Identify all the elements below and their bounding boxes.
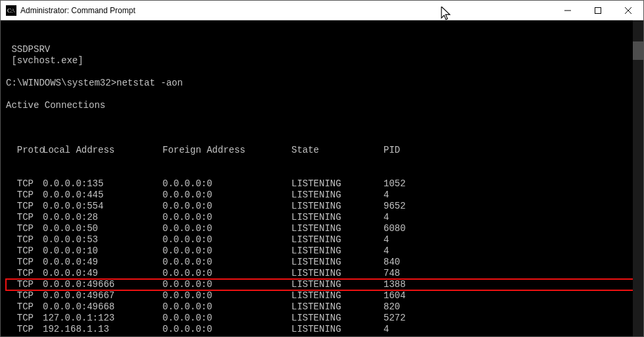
table-row: TCP0.0.0.0:490.0.0.0:0LISTENING748 [6,268,643,279]
cell-foreign: 0.0.0.0:0 [162,268,291,279]
terminal-line [6,66,643,78]
cell-local: 127.0.0.1:123 [43,313,162,324]
table-row: TCP0.0.0.0:496660.0.0.0:0LISTENING1388 [6,279,643,290]
table-row: TCP0.0.0.0:490.0.0.0:0LISTENING840 [6,257,643,268]
header-local: Local Address [43,145,162,156]
cell-state: LISTENING [291,257,384,268]
cell-local: 0.0.0.0:49 [43,257,162,268]
cell-pid: 5272 [384,313,406,324]
maximize-icon [595,7,601,14]
table-row: TCP192.168.1.1354.37.149.ESTABLISHED9924 [6,335,643,336]
table-row: TCP0.0.0.0:280.0.0.0:0LISTENING4 [6,212,643,223]
terminal-line [6,89,643,100]
cell-pid: 4 [384,324,389,335]
table-row: TCP0.0.0.0:530.0.0.0:0LISTENING4 [6,234,643,246]
cell-pid: 6080 [384,223,406,234]
close-button[interactable] [613,1,643,20]
cell-proto: TCP [6,313,43,324]
cell-foreign: 0.0.0.0:0 [162,223,291,234]
scrollbar-track[interactable] [633,20,643,336]
cell-foreign: 0.0.0.0:0 [162,257,291,268]
terminal-prelude: SSDPSRV [svchost.exe] C:\WINDOWS\system3… [6,44,643,122]
svg-rect-3 [595,7,601,13]
cell-pid: 4 [384,212,389,223]
cell-state: LISTENING [291,201,384,212]
cell-state: LISTENING [291,223,384,234]
cell-proto: TCP [6,246,43,257]
cell-state: ESTABLISHED [291,335,384,336]
svg-text:C:\: C:\ [7,7,15,14]
cell-local: 0.0.0.0:50 [43,223,162,234]
scrollbar-thumb[interactable] [633,41,643,60]
cell-state: LISTENING [291,190,384,201]
cell-foreign: 0.0.0.0:0 [162,212,291,223]
cell-local: 0.0.0.0:49 [43,268,162,279]
cell-proto: TCP [6,212,43,223]
cell-pid: 9652 [384,201,406,212]
cell-state: LISTENING [291,212,384,223]
titlebar[interactable]: C:\ Administrator: Command Prompt [1,1,643,20]
cell-foreign: 0.0.0.0:0 [162,201,291,212]
cell-pid: 1388 [384,279,406,290]
cell-local: 0.0.0.0:10 [43,246,162,257]
minimize-icon [564,7,571,14]
cell-state: LISTENING [291,246,384,257]
cell-proto: TCP [6,257,43,268]
cell-proto: TCP [6,268,43,279]
table-row: TCP0.0.0.0:500.0.0.0:0LISTENING6080 [6,223,643,234]
terminal-line: [svchost.exe] [6,55,643,66]
cell-pid: 4 [384,190,389,201]
header-state: State [291,145,384,156]
cell-pid: 4 [384,246,389,257]
cell-pid: 840 [384,257,400,268]
cell-foreign: 0.0.0.0:0 [162,279,291,290]
cell-state: LISTENING [291,279,384,290]
header-foreign: Foreign Address [162,145,291,156]
cell-state: LISTENING [291,301,384,313]
terminal-line: Active Connections [6,100,643,111]
cell-state: LISTENING [291,178,384,190]
cmd-icon: C:\ [6,5,16,16]
cell-local: 0.0.0.0:53 [43,234,162,246]
cell-proto: TCP [6,301,43,313]
table-body: TCP0.0.0.0:1350.0.0.0:0LISTENING1052 TCP… [6,178,643,336]
table-row: TCP0.0.0.0:4450.0.0.0:0LISTENING4 [6,190,643,201]
cell-proto: TCP [6,324,43,335]
header-pid: PID [384,145,400,156]
cell-foreign: 0.0.0.0:0 [162,178,291,190]
cell-local: 0.0.0.0:49666 [43,279,162,290]
table-row: TCP192.168.1.130.0.0.0:0LISTENING4 [6,324,643,335]
table-row: TCP0.0.0.0:100.0.0.0:0LISTENING4 [6,246,643,257]
table-row: TCP0.0.0.0:496670.0.0.0:0LISTENING1604 [6,290,643,301]
minimize-button[interactable] [553,1,583,20]
header-proto: Proto [6,145,43,156]
cell-foreign: 54.37.149. [162,335,291,336]
cell-state: LISTENING [291,313,384,324]
cell-foreign: 0.0.0.0:0 [162,234,291,246]
terminal-line [6,111,643,122]
cell-pid: 820 [384,301,400,313]
command-prompt-window: C:\ Administrator: Command Prompt SSDPSR… [0,0,644,337]
table-header-row: Proto Local Address Foreign Address Stat… [6,145,643,156]
terminal-line: SSDPSRV [6,44,643,55]
maximize-button[interactable] [583,1,613,20]
cell-local: 0.0.0.0:445 [43,190,162,201]
mouse-cursor [441,7,451,24]
cell-local: 0.0.0.0:554 [43,201,162,212]
cell-proto: TCP [6,178,43,190]
cell-proto: TCP [6,190,43,201]
cell-state: LISTENING [291,290,384,301]
cell-foreign: 0.0.0.0:0 [162,313,291,324]
cell-state: LISTENING [291,324,384,335]
cell-local: 0.0.0.0:135 [43,178,162,190]
cell-pid: 1604 [384,290,406,301]
terminal-output[interactable]: SSDPSRV [svchost.exe] C:\WINDOWS\system3… [1,20,643,336]
cell-pid: 4 [384,234,389,246]
cell-pid: 748 [384,268,400,279]
terminal-line: C:\WINDOWS\system32>netstat -aon [6,78,643,89]
table-row: TCP127.0.0.1:1230.0.0.0:0LISTENING5272 [6,313,643,324]
cell-foreign: 0.0.0.0:0 [162,324,291,335]
cell-local: 0.0.0.0:49667 [43,290,162,301]
cell-local: 192.168.1.13 [43,324,162,335]
cell-state: LISTENING [291,234,384,246]
